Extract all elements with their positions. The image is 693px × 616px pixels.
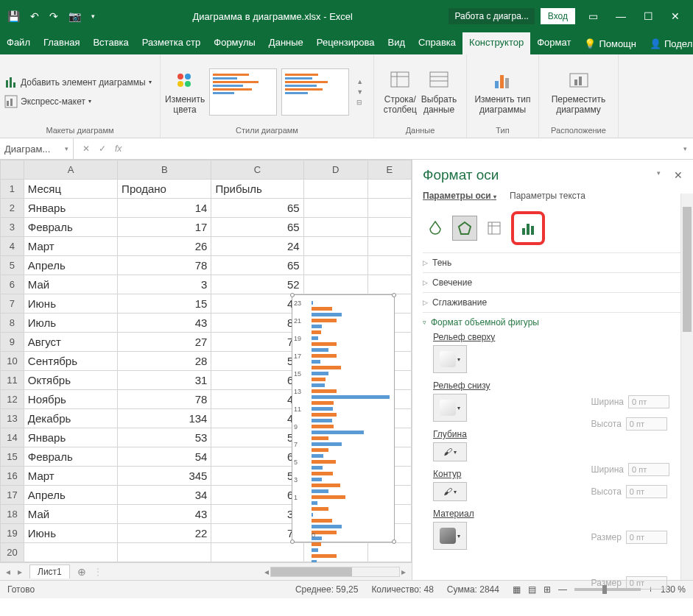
chart-style-1[interactable]: [209, 68, 277, 116]
tab-review[interactable]: Рецензирова: [310, 32, 381, 54]
qat-dropdown-icon[interactable]: ▾: [91, 13, 95, 20]
size-input[interactable]: [626, 531, 667, 544]
group-styles-label: Стили диаграмм: [165, 126, 369, 136]
material-picker[interactable]: ▾: [433, 522, 467, 550]
embedded-chart[interactable]: 2321191715131197531 0: [292, 294, 395, 542]
contour-color-picker[interactable]: 🖌▾: [433, 482, 467, 501]
hscroll-right-icon[interactable]: ▸: [401, 567, 406, 577]
layout-icon: [4, 95, 18, 108]
quick-layout-button[interactable]: Экспресс-макет▾: [4, 95, 152, 108]
hscroll-track[interactable]: [270, 567, 400, 577]
pane-options-icon[interactable]: ▾: [657, 169, 661, 181]
chart-style-2[interactable]: [281, 68, 349, 116]
sheet-tab-1[interactable]: Лист1: [29, 564, 70, 578]
pane-close-icon[interactable]: ✕: [674, 169, 683, 181]
view-pagelayout-icon[interactable]: ▤: [528, 584, 536, 595]
label-height: Высота: [591, 419, 622, 429]
change-colors-button[interactable]: Изменить цвета: [165, 69, 205, 115]
fbar-expand-icon[interactable]: ▾: [678, 145, 693, 152]
chart-tools-label: Работа с диагра...: [448, 8, 534, 24]
effects-icon[interactable]: [452, 216, 477, 241]
width-input[interactable]: [628, 395, 669, 408]
section-glow[interactable]: ▷Свечение: [423, 277, 689, 288]
undo-icon[interactable]: ↶: [30, 10, 39, 22]
select-data-button[interactable]: Выбрать данные: [421, 69, 457, 115]
share-button[interactable]: 👤Поделиться: [643, 32, 693, 54]
svg-rect-0: [6, 80, 8, 88]
width-input-2[interactable]: [628, 463, 669, 476]
enter-icon[interactable]: ✓: [99, 144, 106, 154]
tab-file[interactable]: Файл: [0, 32, 37, 54]
styles-down-icon[interactable]: ▼: [356, 88, 363, 96]
svg-point-9: [185, 81, 191, 87]
styles-up-icon[interactable]: ▲: [356, 78, 363, 85]
subtab-axis-options[interactable]: Параметры оси ▾: [423, 191, 496, 201]
close-icon[interactable]: ✕: [671, 10, 680, 22]
ribbon-options-icon[interactable]: ▭: [588, 10, 598, 22]
label-size: Размер: [591, 532, 622, 542]
hscroll-left-icon[interactable]: ◂: [264, 567, 269, 577]
group-type-label: Тип: [471, 126, 534, 136]
fill-line-icon[interactable]: [423, 216, 448, 241]
maximize-icon[interactable]: ☐: [644, 10, 653, 22]
svg-rect-1: [10, 77, 12, 88]
height-input[interactable]: [626, 417, 667, 431]
zoom-out-icon[interactable]: —: [558, 584, 567, 595]
svg-marker-22: [459, 222, 471, 234]
tab-data[interactable]: Данные: [262, 32, 310, 54]
section-3d-format[interactable]: ▿Формат объемной фигуры: [423, 317, 689, 328]
svg-rect-2: [13, 82, 15, 88]
section-soften[interactable]: ▷Сглаживание: [423, 297, 689, 308]
camera-icon[interactable]: 📷: [68, 10, 81, 22]
top-bevel-picker[interactable]: ▾: [433, 345, 467, 373]
change-chart-type-button[interactable]: Изменить тип диаграммы: [474, 69, 530, 115]
minimize-icon[interactable]: —: [616, 10, 626, 22]
size-properties-icon[interactable]: [482, 216, 507, 241]
zoom-slider[interactable]: [574, 588, 641, 591]
tab-formulas[interactable]: Формулы: [207, 32, 262, 54]
tab-home[interactable]: Главная: [37, 32, 86, 54]
cancel-icon[interactable]: ✕: [82, 144, 90, 154]
paint-icon: 🖌: [443, 486, 452, 497]
format-axis-pane: Формат оси ▾ ✕ Параметры оси ▾ Параметры…: [412, 160, 693, 580]
svg-rect-5: [10, 99, 13, 106]
login-button[interactable]: Вход: [541, 8, 575, 24]
add-chart-element-button[interactable]: Добавить элемент диаграммы▾: [4, 76, 152, 89]
height-input-2[interactable]: [626, 485, 667, 498]
view-pagebreak-icon[interactable]: ⊞: [544, 584, 551, 595]
styles-more-icon[interactable]: ⊟: [356, 99, 363, 106]
bulb-icon: 💡: [584, 38, 596, 49]
add-sheet-icon[interactable]: ⊕: [77, 566, 86, 578]
switch-row-col-button[interactable]: Строка/ столбец: [384, 69, 417, 115]
formula-input[interactable]: [130, 138, 678, 159]
pane-title: Формат оси: [423, 167, 499, 183]
fx-icon[interactable]: fx: [115, 144, 122, 154]
svg-rect-10: [391, 72, 409, 87]
redo-icon[interactable]: ↷: [49, 10, 58, 22]
axis-options-icon[interactable]: [511, 211, 545, 245]
bottom-bevel-picker[interactable]: ▾: [433, 394, 467, 422]
view-normal-icon[interactable]: ▦: [513, 584, 521, 595]
tab-help[interactable]: Справка: [412, 32, 462, 54]
svg-rect-21: [579, 77, 582, 85]
tab-nav-prev-icon[interactable]: ◂: [6, 567, 10, 577]
spreadsheet-grid[interactable]: ABCDE1МесяцПроданоПрибыль2Январь14653Фев…: [0, 160, 412, 562]
tab-design[interactable]: Конструктор: [462, 32, 530, 54]
section-shadow[interactable]: ▷Тень: [423, 258, 689, 268]
chart-type-icon: [490, 69, 514, 93]
svg-point-7: [185, 74, 191, 79]
tellme-button[interactable]: 💡Помощн: [577, 32, 643, 54]
name-box[interactable]: Диаграм...▾: [0, 138, 74, 159]
sheet-tabs: ◂ ▸ Лист1 ⊕ ⋮ ◂ ▸: [0, 562, 412, 580]
tab-view[interactable]: Вид: [381, 32, 412, 54]
depth-color-picker[interactable]: 🖌▾: [433, 442, 467, 461]
pane-scrollbar[interactable]: [680, 194, 693, 580]
save-icon[interactable]: 💾: [7, 10, 20, 22]
tab-format[interactable]: Формат: [530, 32, 577, 54]
tab-pagelayout[interactable]: Разметка стр: [136, 32, 207, 54]
group-data-label: Данные: [379, 126, 462, 136]
tab-insert[interactable]: Вставка: [86, 32, 135, 54]
move-chart-button[interactable]: Переместить диаграмму: [552, 69, 606, 115]
tab-nav-next-icon[interactable]: ▸: [18, 567, 22, 577]
subtab-text-options[interactable]: Параметры текста: [510, 191, 585, 201]
